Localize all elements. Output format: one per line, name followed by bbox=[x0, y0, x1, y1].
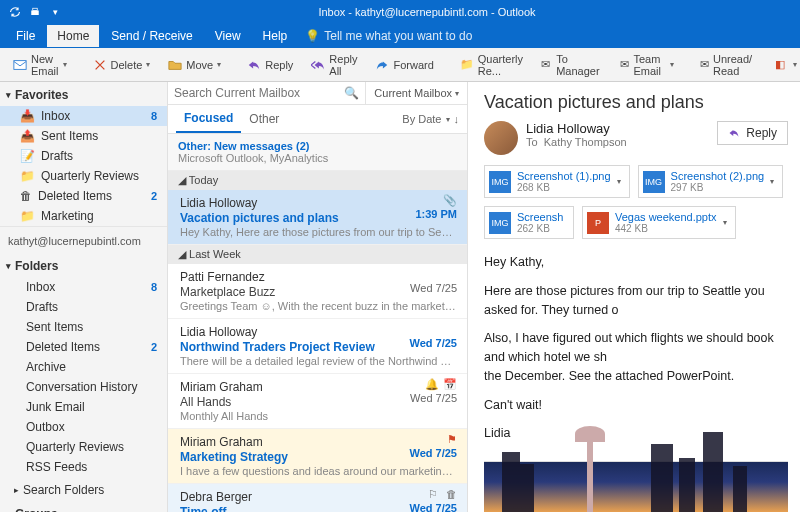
folder-deleted[interactable]: Deleted Items2 bbox=[0, 337, 167, 357]
menu-bar: File Home Send / Receive View Help 💡 Tel… bbox=[0, 24, 800, 48]
search-box[interactable]: 🔍 bbox=[168, 82, 366, 104]
message-item[interactable]: ⚐🗑 Debra Berger Time off Wed 7/25 Just t… bbox=[168, 484, 467, 512]
folders-header[interactable]: ▾ Folders bbox=[0, 253, 167, 277]
favorites-label: Favorites bbox=[15, 88, 68, 102]
quickstep-3[interactable]: ✉Team Email▾ bbox=[613, 49, 681, 81]
chevron-down-icon: ▾ bbox=[6, 261, 11, 271]
folder-inbox[interactable]: Inbox8 bbox=[0, 277, 167, 297]
sync-icon[interactable] bbox=[8, 5, 22, 19]
tab-view[interactable]: View bbox=[205, 25, 251, 47]
unread-read-button[interactable]: ✉Unread/ Read bbox=[693, 49, 764, 81]
message-item[interactable]: 📎 Lidia Holloway Vacation pictures and p… bbox=[168, 190, 467, 245]
quickstep-1[interactable]: 📁Quarterly Re... bbox=[453, 49, 530, 81]
reply-button[interactable]: Reply bbox=[240, 54, 300, 76]
account-label[interactable]: kathyt@lucernepubintl.com bbox=[0, 226, 167, 253]
search-folders[interactable]: ▸Search Folders bbox=[0, 477, 167, 501]
reading-meta: Lidia Holloway To Kathy Thompson Reply bbox=[484, 121, 788, 155]
flag-icon[interactable]: ⚐ bbox=[428, 488, 438, 501]
folder-sent[interactable]: Sent Items bbox=[0, 317, 167, 337]
powerpoint-icon: P bbox=[587, 212, 609, 234]
image-icon: IMG bbox=[489, 212, 511, 234]
attachment[interactable]: IMGScreensh262 KB bbox=[484, 206, 574, 239]
folder-convhistory[interactable]: Conversation History bbox=[0, 377, 167, 397]
svg-rect-0 bbox=[31, 11, 39, 16]
avatar[interactable] bbox=[484, 121, 518, 155]
message-item[interactable]: Lidia Holloway Northwind Traders Project… bbox=[168, 319, 467, 374]
search-icon[interactable]: 🔍 bbox=[344, 86, 359, 100]
title-bar: ▾ Inbox - kathyt@lucernepubintl.com - Ou… bbox=[0, 0, 800, 24]
new-email-button[interactable]: New Email▾ bbox=[6, 49, 74, 81]
attachment-icon: 📎 bbox=[443, 194, 457, 207]
favorites-header[interactable]: ▾ Favorites bbox=[0, 82, 167, 106]
tell-me[interactable]: 💡 Tell me what you want to do bbox=[305, 29, 472, 43]
delete-label: Delete bbox=[111, 59, 143, 71]
sidebar-item-inbox[interactable]: 📥Inbox 8 bbox=[0, 106, 167, 126]
sidebar-item-sent[interactable]: 📤Sent Items bbox=[0, 126, 167, 146]
categorize-button[interactable]: ◧▾ bbox=[768, 54, 800, 76]
tab-home[interactable]: Home bbox=[47, 25, 99, 47]
svg-rect-1 bbox=[33, 8, 38, 10]
message-list-pane: 🔍 Current Mailbox▾ Focused Other By Date… bbox=[168, 82, 468, 512]
delete-icon[interactable]: 🗑 bbox=[446, 488, 457, 501]
attachment[interactable]: IMGScreenshot (1).png268 KB▾ bbox=[484, 165, 630, 198]
reply-label: Reply bbox=[265, 59, 293, 71]
group-lastweek[interactable]: ◢ Last Week bbox=[168, 245, 467, 264]
tab-help[interactable]: Help bbox=[253, 25, 298, 47]
reply-all-icon bbox=[311, 58, 325, 72]
reply-all-button[interactable]: Reply All bbox=[304, 49, 364, 81]
image-icon: IMG bbox=[643, 171, 665, 193]
sidebar-item-deleted[interactable]: 🗑Deleted Items2 bbox=[0, 186, 167, 206]
reply-button[interactable]: Reply bbox=[717, 121, 788, 145]
group-today[interactable]: ◢ Today bbox=[168, 171, 467, 190]
sidebar-item-drafts[interactable]: 📝Drafts bbox=[0, 146, 167, 166]
list-tabs: Focused Other By Date▾↓ bbox=[168, 105, 467, 134]
svg-rect-2 bbox=[14, 60, 26, 69]
attachment[interactable]: PVegas weekend.pptx442 KB▾ bbox=[582, 206, 736, 239]
flag-icon[interactable]: ⚑ bbox=[447, 433, 457, 446]
message-item[interactable]: 🔔📅 Miriam Graham All Hands Wed 7/25 Mont… bbox=[168, 374, 467, 429]
calendar-icon: 📅 bbox=[443, 378, 457, 391]
folder-quarterly[interactable]: Quarterly Reviews bbox=[0, 437, 167, 457]
reading-subject: Vacation pictures and plans bbox=[484, 92, 788, 113]
quickprint-icon[interactable] bbox=[28, 5, 42, 19]
reading-from: Lidia Holloway bbox=[526, 121, 627, 136]
folder-archive[interactable]: Archive bbox=[0, 357, 167, 377]
move-icon bbox=[168, 58, 182, 72]
move-button[interactable]: Move▾ bbox=[161, 54, 228, 76]
team-icon: ✉ bbox=[620, 58, 629, 72]
folder-icon: 📁 bbox=[20, 209, 35, 223]
badge: 8 bbox=[151, 110, 157, 122]
reading-to: Kathy Thompson bbox=[544, 136, 627, 148]
attachment[interactable]: IMGScreenshot (2).png297 KB▾ bbox=[638, 165, 784, 198]
manager-icon: ✉ bbox=[541, 58, 552, 72]
search-input[interactable] bbox=[174, 86, 344, 100]
message-preview: Hey Kathy, Here are those pictures from … bbox=[180, 226, 457, 238]
other-banner-title: Other: New messages (2) bbox=[178, 140, 457, 152]
sidebar-item-marketing[interactable]: 📁Marketing bbox=[0, 206, 167, 226]
tab-other[interactable]: Other bbox=[241, 106, 287, 132]
folder-outbox[interactable]: Outbox bbox=[0, 417, 167, 437]
message-item[interactable]: ⚑ Miriam Graham Marketing Strategy Wed 7… bbox=[168, 429, 467, 484]
folder-drafts[interactable]: Drafts bbox=[0, 297, 167, 317]
folder-junk[interactable]: Junk Email bbox=[0, 397, 167, 417]
sent-icon: 📤 bbox=[20, 129, 35, 143]
message-item[interactable]: Patti Fernandez Marketplace Buzz Wed 7/2… bbox=[168, 264, 467, 319]
attachments: IMGScreenshot (1).png268 KB▾ IMGScreensh… bbox=[484, 165, 788, 239]
inline-image bbox=[484, 461, 788, 512]
folders-label: Folders bbox=[15, 259, 58, 273]
sort-button[interactable]: By Date▾↓ bbox=[402, 113, 459, 125]
tab-focused[interactable]: Focused bbox=[176, 105, 241, 133]
folder-rss[interactable]: RSS Feeds bbox=[0, 457, 167, 477]
forward-button[interactable]: Forward bbox=[368, 54, 440, 76]
overflow-icon[interactable]: ▾ bbox=[48, 5, 62, 19]
groups-header[interactable]: ▸Groups bbox=[0, 501, 167, 512]
search-scope[interactable]: Current Mailbox▾ bbox=[366, 83, 467, 103]
other-banner[interactable]: Other: New messages (2) Microsoft Outloo… bbox=[168, 134, 467, 171]
reply-icon bbox=[247, 58, 261, 72]
quickstep-2[interactable]: ✉To Manager bbox=[534, 49, 609, 81]
sidebar-item-quarterly[interactable]: 📁Quarterly Reviews bbox=[0, 166, 167, 186]
delete-icon bbox=[93, 58, 107, 72]
delete-button[interactable]: Delete▾ bbox=[86, 54, 158, 76]
tab-sendreceive[interactable]: Send / Receive bbox=[101, 25, 202, 47]
tab-file[interactable]: File bbox=[6, 25, 45, 47]
